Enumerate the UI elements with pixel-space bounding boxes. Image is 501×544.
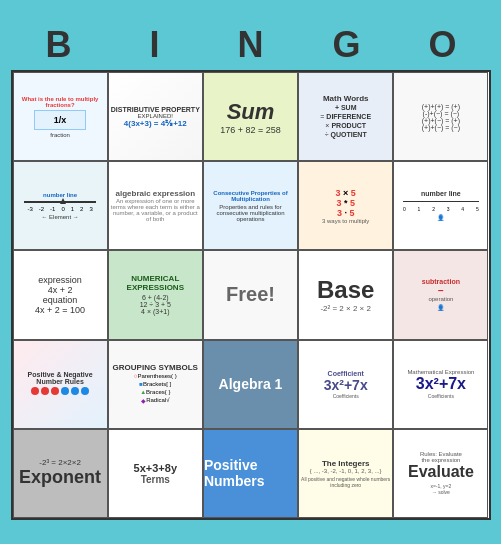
cell-r4c2-grouping[interactable]: GROUPING SYMBOLS ○ Parentheses ( ) ■ Bra… — [108, 340, 203, 429]
terms-equation: 5x+3+8y — [134, 462, 177, 474]
cell-r4c1-number-rules[interactable]: Positive & Negative Number Rules — [13, 340, 108, 429]
mult-note: 3 ways to multiply — [322, 218, 369, 224]
mult-row1: 3 × 5 — [336, 188, 356, 198]
dots-positive — [29, 385, 91, 397]
evaluate-text: Evaluate — [408, 463, 474, 481]
numerical-title: NUMERICAL EXPRESSIONS — [111, 274, 200, 292]
cell-r2c4-multiplication[interactable]: 3 × 5 3 * 5 3 · 5 3 ways to multiply — [298, 161, 393, 250]
integers-note: All positive and negative whole numbers … — [301, 476, 390, 488]
letter-i: I — [112, 24, 198, 66]
cell-r1c1[interactable]: What is the rule to multiply fractions? … — [13, 72, 108, 161]
cell-r4c3-algebra[interactable]: Algebra 1 — [203, 340, 298, 429]
math-word-product: × PRODUCT — [325, 121, 366, 130]
grouping-braces: ▲ Braces { } — [140, 388, 170, 396]
cell-r2c2-algebraic[interactable]: algebraic expression An expression of on… — [108, 161, 203, 250]
distributive-title: DISTRIBUTIVE PROPERTY — [111, 106, 200, 113]
eq-line2: (-)+(−) = (−) — [423, 110, 460, 117]
bingo-header: B I N G O — [11, 24, 491, 66]
cell-r3c2-numerical[interactable]: NUMERICAL EXPRESSIONS 6 + (4-2) 12 ÷ 3 +… — [108, 250, 203, 339]
exponent-equation: -2³ = 2×2×2 — [39, 458, 81, 467]
grouping-title: GROUPING SYMBOLS — [113, 363, 198, 372]
cell-r3c1-expression[interactable]: expression 4x + 2 equation 4x + 2 = 100 — [13, 250, 108, 339]
numerical-content: 6 + (4-2) 12 ÷ 3 + 5 4 × (3+1) — [140, 292, 171, 315]
expression-example: 4x + 2 — [48, 285, 73, 295]
cell-r5c2-terms[interactable]: 5x+3+8y Terms — [108, 429, 203, 518]
evaluate-example: x=-1, y=2→ solve — [430, 483, 451, 495]
math-expr-note: Coefficients — [428, 393, 454, 399]
mult-row2: 3 * 5 — [336, 198, 355, 208]
coefficient-note: Coefficients — [333, 393, 359, 399]
equation-example: 4x + 2 = 100 — [35, 305, 85, 315]
cell-r1c2-distributive[interactable]: DISTRIBUTIVE PROPERTY EXPLAINED! 4(3x+3)… — [108, 72, 203, 161]
bingo-card: B I N G O What is the rule to multiply f… — [11, 24, 491, 520]
eq-line4: (+)+(−) = (−) — [422, 124, 460, 131]
cell-r4c4-coefficient[interactable]: Coefficient 3x²+7x Coefficients — [298, 340, 393, 429]
integers-title: The Integers — [322, 459, 370, 468]
consecutive-title: Consecutive Properties of Multiplication — [206, 190, 295, 202]
letter-n: N — [208, 24, 294, 66]
subtraction-title: subtraction — [422, 278, 460, 285]
cell-r3c3-free[interactable]: Free! — [203, 250, 298, 339]
letter-g: G — [304, 24, 390, 66]
cell-r5c3-positive-numbers[interactable]: Positive Numbers — [203, 429, 298, 518]
bingo-grid: What is the rule to multiply fractions? … — [11, 70, 491, 520]
cell-r2c5-numline[interactable]: number line 012345 👤 — [393, 161, 488, 250]
positive-numbers-text: Positive Numbers — [204, 430, 297, 517]
sum-text: Sum — [227, 99, 275, 125]
base-equation: -2² = 2 × 2 × 2 — [320, 304, 370, 313]
exponent-text: Exponent — [19, 467, 101, 488]
cell-r1c4-math-words[interactable]: Math Words + SUM = DIFFERENCE × PRODUCT … — [298, 72, 393, 161]
cell-r5c1-exponent[interactable]: -2³ = 2×2×2 Exponent — [13, 429, 108, 518]
cell-r5c5-evaluate[interactable]: Rules: Evaluatethe expression Evaluate x… — [393, 429, 488, 518]
algebraic-def: An expression of one or more terms where… — [111, 198, 200, 222]
letter-b: B — [16, 24, 102, 66]
subtraction-symbol: − — [438, 285, 444, 296]
coefficient-label: Coefficient — [328, 370, 364, 377]
base-text: Base — [317, 276, 374, 304]
subtraction-person: 👤 — [437, 304, 444, 311]
cell-r1c3-sum[interactable]: Sum 176 + 82 = 258 — [203, 72, 298, 161]
numline-values: 012345 — [403, 206, 479, 212]
mult-row3: 3 · 5 — [337, 208, 355, 218]
grouping-brackets: ■ Brackets [ ] — [139, 380, 171, 388]
cell-r2c1-numberline[interactable]: number line -3-2-10123 ← Element → — [13, 161, 108, 250]
equation-label: equation — [43, 295, 78, 305]
math-word-sum: + SUM — [335, 103, 357, 112]
coefficient-equation: 3x²+7x — [324, 377, 368, 393]
grouping-radical: ◆ Radical √ — [141, 396, 169, 405]
grouping-parentheses: ○ Parentheses ( ) — [134, 372, 177, 380]
eq-line1: (+)+(+) = (+) — [422, 103, 460, 110]
number-rules-subtitle: Number Rules — [36, 378, 83, 385]
cell-r4c5-math-expr[interactable]: Mathematical Expression 3x²+7x Coefficie… — [393, 340, 488, 429]
free-text: Free! — [226, 283, 275, 306]
cell-r3c5-subtraction[interactable]: subtraction − operation 👤 — [393, 250, 488, 339]
algebra-text: Algebra 1 — [204, 341, 297, 428]
expression-label: expression — [38, 275, 82, 285]
math-word-difference: = DIFFERENCE — [320, 112, 371, 121]
number-rules-title: Positive & Negative — [28, 371, 93, 378]
cell-r3c4-base[interactable]: Base -2² = 2 × 2 × 2 — [298, 250, 393, 339]
math-word-quotient: ÷ QUOTIENT — [325, 130, 367, 139]
terms-label: Terms — [141, 474, 170, 485]
math-words-title: Math Words — [323, 94, 369, 103]
math-expr-equation: 3x²+7x — [416, 375, 466, 393]
sum-equation: 176 + 82 = 258 — [220, 125, 281, 135]
evaluate-note: Rules: Evaluatethe expression — [420, 451, 462, 463]
numline-person: 👤 — [437, 214, 444, 221]
cell-r2c3-consecutive[interactable]: Consecutive Properties of Multiplication… — [203, 161, 298, 250]
eq-line3: (+)+(−) = (+) — [422, 117, 460, 124]
numline-label: number line — [421, 190, 461, 197]
algebraic-title: algebraic expression — [115, 189, 195, 198]
letter-o: O — [400, 24, 486, 66]
cell-r5c4-integers[interactable]: The Integers { ..., -3, -2, -1, 0, 1, 2,… — [298, 429, 393, 518]
subtraction-desc: operation — [428, 296, 453, 302]
integers-content: { ..., -3, -2, -1, 0, 1, 2, 3, ...} — [310, 468, 382, 474]
cell-r1c5-equations[interactable]: (+)+(+) = (+) (-)+(−) = (−) (+)+(−) = (+… — [393, 72, 488, 161]
